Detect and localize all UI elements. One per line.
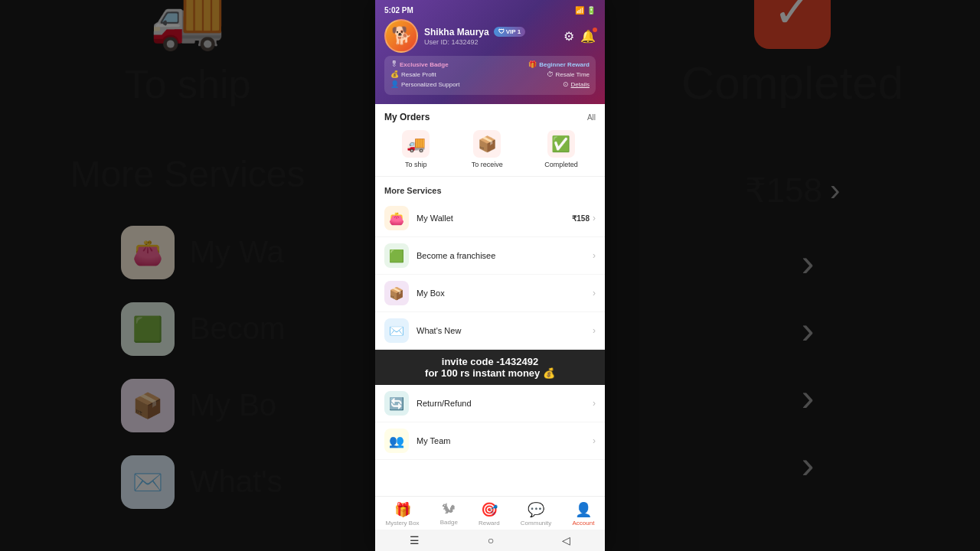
bg-right-chevron-2: › — [802, 308, 815, 352]
personalized-support-label: Personalized Support — [401, 81, 460, 88]
shield-icon: 🛡 — [498, 28, 505, 35]
details-icon: ⊙ — [563, 80, 569, 88]
nav-badge[interactable]: 🐿 Badge — [440, 501, 458, 527]
benefits-top-row: 🎖 Exclusive Badge 🎁 Beginner Reward — [390, 60, 590, 68]
mybox-chevron: › — [593, 288, 596, 298]
nav-badge-label: Badge — [440, 519, 458, 526]
more-services-title: More Services — [375, 183, 605, 200]
wallet-value: ₹158 — [572, 214, 590, 223]
bg-ship-label: To ship — [125, 61, 251, 107]
resale-time-item: ⏱ Resale Time — [547, 70, 590, 78]
time-icon: ⏱ — [547, 70, 554, 78]
bg-franchise-row: 🟩 Becom — [121, 302, 286, 356]
community-icon: 💬 — [528, 501, 544, 518]
invite-banner: invite code -1432492 for 100 rs instant … — [375, 350, 605, 385]
menu-button[interactable]: ☰ — [410, 534, 420, 546]
mybox-label: My Box — [416, 289, 593, 298]
header-icons: ⚙ 🔔 — [564, 29, 596, 44]
badge-icon: 🎖 — [390, 60, 397, 68]
badge-nav-icon: 🐿 — [442, 501, 456, 517]
franchise-chevron: › — [593, 250, 596, 261]
to-receive-label: To receive — [472, 161, 503, 168]
details-item[interactable]: ⊙ Details — [563, 80, 590, 88]
settings-icon: ⚙ — [564, 30, 574, 43]
bg-wallet-icon: 👛 — [121, 226, 175, 279]
bg-whats-row: ✉️ What's — [121, 455, 283, 509]
service-wallet[interactable]: 👛 My Wallet ₹158 › — [375, 200, 605, 237]
vip-badge: 🛡 VIP 1 — [494, 27, 525, 37]
service-franchise[interactable]: 🟩 Become a franchisee › — [375, 237, 605, 275]
service-whatsnew[interactable]: ✉️ What's New › — [375, 312, 605, 350]
nav-mystery-box-label: Mystery Box — [386, 520, 420, 527]
invite-text-line2: for 100 rs instant money 💰 — [384, 367, 596, 379]
header-section: 5:02 PM 📶 🔋 🐕 Shikha Maurya 🛡 VIP 1 User… — [375, 0, 605, 104]
my-orders-header: My Orders All — [375, 104, 605, 127]
return-chevron: › — [593, 398, 596, 409]
bg-right-chevron-4: › — [802, 442, 815, 487]
support-icon: 👤 — [390, 80, 399, 88]
status-bar: 5:02 PM 📶 🔋 — [384, 6, 596, 15]
back-button[interactable]: ◁ — [562, 534, 570, 546]
status-icons: 📶 🔋 — [575, 6, 596, 15]
battery-icon: 🔋 — [586, 6, 596, 15]
vip-label: VIP 1 — [506, 28, 521, 35]
nav-mystery-box[interactable]: 🎁 Mystery Box — [386, 501, 420, 527]
all-orders-link[interactable]: All — [587, 113, 596, 122]
bottom-nav: 🎁 Mystery Box 🐿 Badge 🎯 Reward 💬 Communi… — [375, 496, 605, 530]
nav-reward[interactable]: 🎯 Reward — [479, 501, 500, 527]
to-ship-label: To ship — [405, 161, 427, 168]
reward-nav-icon: 🎯 — [481, 501, 498, 518]
bg-franchise-icon: 🟩 — [121, 302, 175, 356]
settings-button[interactable]: ⚙ — [564, 29, 574, 44]
bg-franchise-label: Becom — [190, 311, 286, 346]
home-button[interactable]: ○ — [488, 534, 494, 546]
card-section: My Orders All 🚚 To ship 📦 To receive ✅ C… — [375, 104, 605, 496]
completed-label: Completed — [544, 161, 578, 168]
bg-right-panel: ✓ Completed ₹158 › › › › › — [605, 0, 980, 551]
service-mybox[interactable]: 📦 My Box › — [375, 275, 605, 312]
beginner-reward-item: 🎁 Beginner Reward — [528, 60, 590, 68]
bg-chevron-2: › — [802, 308, 815, 352]
invite-text-line1: invite code -1432492 — [384, 356, 596, 367]
bg-left-services: 👛 My Wa 🟩 Becom 📦 My Bo ✉️ What's — [90, 226, 286, 509]
bg-chevron-4: › — [802, 442, 815, 487]
bg-chevron-1: › — [802, 240, 815, 285]
tab-to-receive[interactable]: 📦 To receive — [472, 130, 503, 168]
bg-ship-section: 🚚 To ship — [125, 0, 251, 107]
service-myteam[interactable]: 👥 My Team › — [375, 422, 605, 460]
nav-community-label: Community — [521, 520, 551, 527]
my-orders-title: My Orders — [384, 112, 430, 122]
nav-community[interactable]: 💬 Community — [521, 501, 551, 527]
profile-row: 🐕 Shikha Maurya 🛡 VIP 1 User ID: 1432492… — [384, 19, 596, 53]
details-label[interactable]: Details — [571, 81, 590, 88]
avatar: 🐕 — [384, 19, 418, 53]
profile-id: User ID: 1432492 — [424, 38, 557, 46]
notification-dot — [593, 28, 597, 32]
wallet-icon: 👛 — [384, 206, 409, 230]
reward-icon: 🎁 — [528, 60, 537, 68]
nav-account[interactable]: 👤 Account — [572, 501, 594, 527]
bg-more-services-label: More Services — [70, 153, 305, 195]
bg-wallet-row: 👛 My Wa — [121, 226, 284, 279]
mystery-box-icon: 🎁 — [394, 501, 411, 518]
myteam-chevron: › — [593, 435, 596, 446]
notifications-button[interactable]: 🔔 — [580, 29, 596, 44]
tab-completed[interactable]: ✅ Completed — [544, 130, 578, 168]
exclusive-badge-label: Exclusive Badge — [400, 61, 449, 68]
myteam-icon: 👥 — [384, 429, 409, 453]
whatsnew-icon: ✉️ — [384, 318, 409, 343]
bg-completed-icon: ✓ — [754, 0, 831, 49]
completed-icon: ✅ — [547, 130, 575, 158]
service-return[interactable]: 🔄 Return/Refund › — [375, 385, 605, 422]
tab-to-ship[interactable]: 🚚 To ship — [402, 130, 430, 168]
whatsnew-label: What's New — [416, 326, 593, 335]
nav-account-label: Account — [572, 520, 594, 527]
nav-reward-label: Reward — [479, 520, 500, 527]
benefits-mid-row: 💰 Resale Profit ⏱ Resale Time — [390, 70, 590, 78]
resale-profit-label: Resale Profit — [401, 71, 436, 78]
to-receive-icon: 📦 — [473, 130, 501, 158]
bg-completed-section: ✓ Completed — [681, 0, 903, 109]
mybox-icon: 📦 — [384, 281, 409, 305]
franchise-label: Become a franchisee — [416, 251, 593, 260]
account-icon: 👤 — [575, 501, 592, 518]
